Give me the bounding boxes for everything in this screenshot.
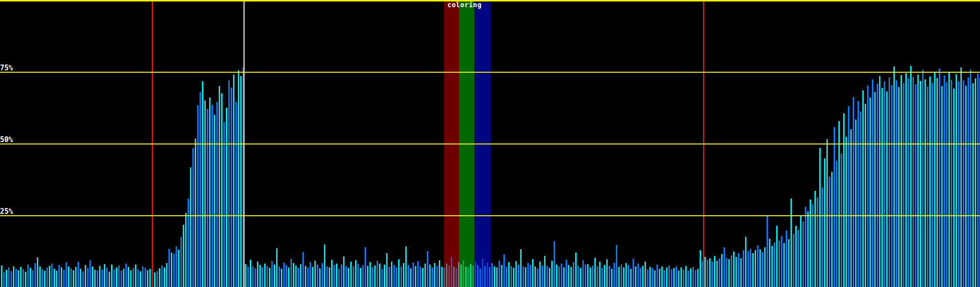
video-histogram-chart: 75%50%25% coloring — [0, 0, 980, 287]
axis-labels-layer: 75%50%25% — [0, 0, 980, 287]
y-axis-label-75: 75% — [0, 65, 13, 72]
y-axis-label-25: 25% — [0, 208, 13, 215]
coloring-label: coloring — [447, 1, 481, 8]
y-axis-label-50: 50% — [0, 136, 13, 144]
